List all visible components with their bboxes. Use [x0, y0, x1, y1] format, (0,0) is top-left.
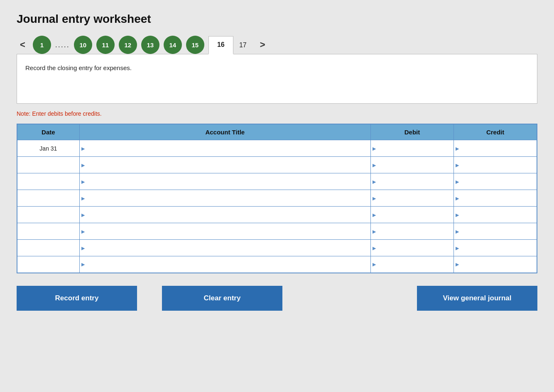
debit-input-7[interactable]	[371, 256, 453, 273]
header-account: Account Title	[79, 124, 370, 140]
table-row-credit-3[interactable]	[454, 190, 537, 207]
table-row-date-6	[17, 240, 79, 256]
credit-input-5[interactable]	[454, 223, 537, 239]
table-row-account-1[interactable]	[79, 157, 370, 173]
debit-input-4[interactable]	[371, 207, 453, 223]
table-row-account-3[interactable]	[79, 190, 370, 207]
action-buttons: Record entry Clear entry View general jo…	[17, 286, 537, 311]
debit-input-3[interactable]	[371, 190, 453, 206]
table-row-debit-0[interactable]	[370, 140, 453, 157]
header-date: Date	[17, 124, 79, 140]
table-row-date-5	[17, 223, 79, 240]
table-row-date-7	[17, 256, 79, 273]
tab-group: 16 17	[208, 36, 252, 54]
table-row-date-2	[17, 173, 79, 190]
table-row-credit-4[interactable]	[454, 207, 537, 223]
credit-input-3[interactable]	[454, 190, 537, 206]
instruction-box: Record the closing entry for expenses.	[17, 54, 537, 104]
table-row-debit-3[interactable]	[370, 190, 453, 207]
table-row-date-4	[17, 207, 79, 223]
account-input-6[interactable]	[80, 240, 370, 256]
page-1-button[interactable]: 1	[33, 36, 51, 54]
page-16-tab[interactable]: 16	[208, 36, 233, 54]
pagination-dots: .....	[55, 41, 70, 49]
page-10-button[interactable]: 10	[74, 36, 92, 54]
journal-table: Date Account Title Debit Credit Jan 31	[17, 124, 537, 273]
page-11-button[interactable]: 11	[96, 36, 115, 54]
table-row-debit-5[interactable]	[370, 223, 453, 240]
account-input-2[interactable]	[80, 173, 370, 190]
credit-input-0[interactable]	[454, 140, 537, 156]
table-row-date-0: Jan 31	[17, 140, 79, 157]
table-row-credit-0[interactable]	[454, 140, 537, 157]
credit-input-4[interactable]	[454, 207, 537, 223]
table-row-date-1	[17, 157, 79, 173]
table-row-credit-1[interactable]	[454, 157, 537, 173]
page-13-button[interactable]: 13	[141, 36, 159, 54]
account-input-1[interactable]	[80, 157, 370, 173]
account-input-7[interactable]	[80, 256, 370, 273]
header-debit: Debit	[370, 124, 453, 140]
account-input-5[interactable]	[80, 223, 370, 239]
table-row-account-5[interactable]	[79, 223, 370, 240]
table-row-account-6[interactable]	[79, 240, 370, 256]
page-title: Journal entry worksheet	[17, 12, 537, 26]
view-journal-button[interactable]: View general journal	[417, 286, 537, 311]
credit-input-7[interactable]	[454, 256, 537, 273]
credit-input-1[interactable]	[454, 157, 537, 173]
next-button[interactable]: >	[257, 38, 269, 52]
table-row-account-4[interactable]	[79, 207, 370, 223]
prev-button[interactable]: <	[17, 38, 29, 52]
instruction-text: Record the closing entry for expenses.	[25, 64, 132, 71]
table-row-debit-2[interactable]	[370, 173, 453, 190]
table-row-credit-5[interactable]	[454, 223, 537, 240]
debit-input-6[interactable]	[371, 240, 453, 256]
table-row-debit-7[interactable]	[370, 256, 453, 273]
account-input-3[interactable]	[80, 190, 370, 206]
record-entry-button[interactable]: Record entry	[17, 286, 137, 311]
table-row-debit-4[interactable]	[370, 207, 453, 223]
table-row-date-3	[17, 190, 79, 207]
table-row-credit-6[interactable]	[454, 240, 537, 256]
account-input-4[interactable]	[80, 207, 370, 223]
table-row-account-0[interactable]	[79, 140, 370, 157]
table-row-debit-1[interactable]	[370, 157, 453, 173]
debit-input-5[interactable]	[371, 223, 453, 239]
page-12-button[interactable]: 12	[119, 36, 137, 54]
table-row-credit-2[interactable]	[454, 173, 537, 190]
debit-input-0[interactable]	[371, 140, 453, 156]
debit-input-1[interactable]	[371, 157, 453, 173]
clear-entry-button[interactable]: Clear entry	[162, 286, 282, 311]
debit-input-2[interactable]	[371, 173, 453, 190]
page-17-tab[interactable]: 17	[233, 36, 252, 54]
credit-input-2[interactable]	[454, 173, 537, 190]
note-text: Note: Enter debits before credits.	[17, 110, 537, 117]
account-input-0[interactable]	[80, 140, 370, 156]
header-credit: Credit	[454, 124, 537, 140]
credit-input-6[interactable]	[454, 240, 537, 256]
table-row-account-2[interactable]	[79, 173, 370, 190]
pagination-bar: < 1 ..... 10 11 12 13 14 15 16 17 >	[17, 36, 537, 54]
page-15-button[interactable]: 15	[186, 36, 204, 54]
table-row-credit-7[interactable]	[454, 256, 537, 273]
table-row-debit-6[interactable]	[370, 240, 453, 256]
table-row-account-7[interactable]	[79, 256, 370, 273]
page-14-button[interactable]: 14	[164, 36, 182, 54]
